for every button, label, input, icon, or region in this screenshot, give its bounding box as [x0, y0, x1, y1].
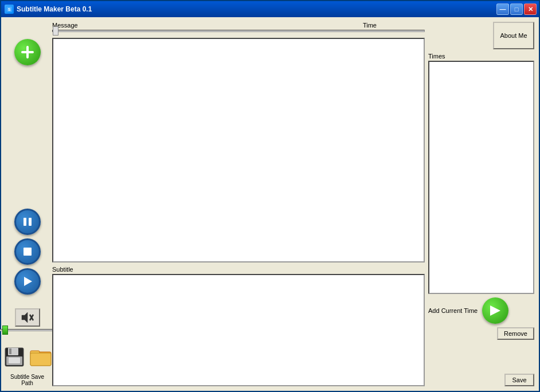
- svg-text:S: S: [8, 7, 11, 11]
- save-row: Save: [428, 374, 534, 386]
- svg-rect-14: [9, 348, 11, 354]
- title-bar-buttons: — □ ✕: [496, 3, 537, 15]
- close-button[interactable]: ✕: [524, 3, 537, 15]
- svg-rect-4: [24, 218, 26, 226]
- add-current-time-button[interactable]: [482, 297, 508, 324]
- right-bottom: Add Current Time Remove Save: [428, 297, 534, 386]
- save-file-button[interactable]: [2, 345, 26, 369]
- svg-marker-20: [490, 305, 500, 316]
- add-current-time-label: Add Current Time: [428, 307, 478, 314]
- stop-button[interactable]: [14, 238, 41, 265]
- timeline-slider[interactable]: [52, 30, 425, 32]
- svg-rect-16: [9, 358, 20, 363]
- right-column: About Me Times Add Current Time: [428, 22, 534, 386]
- maximize-button[interactable]: □: [510, 3, 523, 15]
- times-label: Times: [428, 53, 534, 60]
- subtitle-input[interactable]: [52, 274, 425, 386]
- about-me-button[interactable]: About Me: [493, 22, 534, 49]
- svg-marker-7: [24, 277, 32, 286]
- pause-button[interactable]: [14, 209, 41, 235]
- subtitle-save-path-label: Subtitle Save Path: [6, 374, 49, 386]
- title-bar: S Subtitle Maker Beta 0.1 — □ ✕: [1, 1, 539, 17]
- mute-section: [6, 308, 49, 331]
- window-title: Subtitle Maker Beta 0.1: [17, 5, 92, 13]
- svg-rect-9: [22, 315, 25, 320]
- layout: Subtitle Save Path Message Time: [6, 22, 534, 386]
- remove-button[interactable]: Remove: [497, 327, 534, 340]
- app-icon: S: [5, 5, 14, 14]
- svg-rect-5: [29, 218, 32, 226]
- add-time-row: Add Current Time: [428, 297, 534, 324]
- subtitle-section: Subtitle: [52, 266, 425, 386]
- svg-rect-6: [24, 248, 32, 256]
- main-content: Subtitle Save Path Message Time: [1, 17, 539, 391]
- title-bar-left: S Subtitle Maker Beta 0.1: [5, 5, 92, 14]
- svg-rect-19: [30, 353, 51, 366]
- left-column: Subtitle Save Path: [6, 22, 49, 386]
- file-buttons-area: [2, 345, 53, 369]
- minimize-button[interactable]: —: [496, 3, 509, 15]
- app-window: S Subtitle Maker Beta 0.1 — □ ✕: [0, 0, 540, 392]
- mute-button[interactable]: [15, 308, 40, 327]
- header-area: Message Time: [52, 22, 425, 34]
- times-section: Times: [428, 53, 534, 294]
- times-listbox[interactable]: [428, 61, 534, 294]
- about-me-section: About Me: [428, 22, 534, 49]
- save-button[interactable]: Save: [504, 374, 534, 386]
- open-folder-button[interactable]: [29, 345, 53, 369]
- play-button[interactable]: [14, 268, 41, 295]
- subtitle-label: Subtitle: [52, 266, 425, 273]
- remove-row: Remove: [428, 327, 534, 340]
- video-display: [52, 38, 425, 262]
- add-button[interactable]: [14, 39, 41, 65]
- center-column: Message Time Subtitle: [52, 22, 425, 386]
